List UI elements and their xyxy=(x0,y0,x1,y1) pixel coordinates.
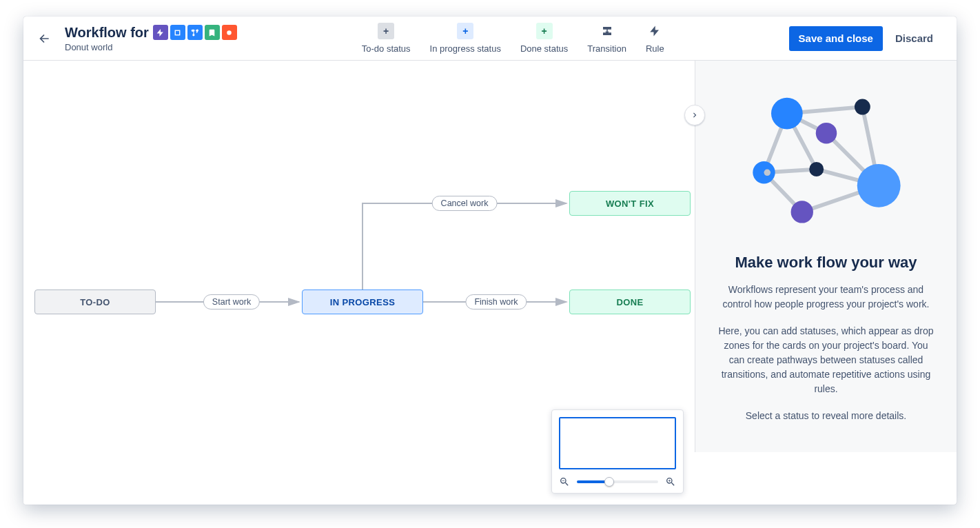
project-type-icon xyxy=(170,25,185,40)
toolbar-item-rule[interactable]: Rule xyxy=(646,23,664,54)
zoom-in-button[interactable] xyxy=(665,476,676,487)
status-node-done[interactable]: DONE xyxy=(569,290,691,314)
zoom-slider[interactable] xyxy=(577,480,658,483)
project-type-icon xyxy=(222,25,237,40)
zoom-out-button[interactable] xyxy=(559,476,570,487)
svg-point-20 xyxy=(790,201,813,223)
transition-label[interactable]: Start work xyxy=(203,294,260,309)
project-type-icon xyxy=(153,25,168,40)
toolbar-item-label: Done status xyxy=(520,43,568,54)
toolbar-item-transition[interactable]: Transition xyxy=(587,23,626,54)
toolbar-item-to-do-status[interactable]: +To-do status xyxy=(362,23,411,54)
svg-point-21 xyxy=(857,164,900,207)
plus-icon: + xyxy=(457,23,473,39)
minimap-viewport[interactable] xyxy=(559,417,676,469)
minimap xyxy=(551,409,684,494)
sidepanel-title: Make work flow your way xyxy=(717,254,935,272)
project-type-icon xyxy=(205,25,220,40)
project-name: Donut world xyxy=(65,42,237,52)
svg-point-1 xyxy=(227,30,232,35)
toolbar: +To-do status+In progress status+Done st… xyxy=(243,23,784,54)
zoom-in-icon xyxy=(665,476,676,487)
arrow-left-icon xyxy=(37,32,51,45)
transition-icon xyxy=(599,23,615,39)
workflow-illustration xyxy=(751,94,902,232)
sidepanel-paragraph: Here, you can add statuses, which appear… xyxy=(717,324,935,396)
toolbar-item-label: Transition xyxy=(587,43,626,54)
plus-icon: + xyxy=(378,23,394,39)
bolt-icon xyxy=(646,23,663,39)
sidepanel-paragraph: Select a status to reveal more details. xyxy=(717,409,935,423)
svg-point-19 xyxy=(764,170,770,176)
chevron-right-icon xyxy=(690,110,700,120)
sidepanel: Make work flow your way Workflows repres… xyxy=(695,61,957,452)
back-button[interactable] xyxy=(32,26,57,51)
transition-label[interactable]: Finish work xyxy=(465,294,527,309)
status-node-todo[interactable]: TO-DO xyxy=(34,290,156,314)
collapse-sidepanel-button[interactable] xyxy=(684,105,705,125)
toolbar-item-label: To-do status xyxy=(362,43,411,54)
save-button[interactable]: Save and close xyxy=(789,26,883,51)
project-type-icons xyxy=(153,25,237,40)
header: Workflow for Donut world +To-do status+I… xyxy=(23,17,957,61)
sidepanel-paragraph: Workflows represent your team's process … xyxy=(717,283,935,312)
transition-label[interactable]: Cancel work xyxy=(432,196,498,211)
svg-point-14 xyxy=(771,98,803,130)
svg-point-18 xyxy=(753,161,775,183)
svg-point-16 xyxy=(815,123,836,143)
toolbar-item-label: Rule xyxy=(646,43,664,54)
title-block: Workflow for Donut world xyxy=(65,25,237,52)
plus-icon: + xyxy=(536,23,553,39)
workflow-canvas[interactable]: TO-DOIN PROGRESSDONEWON'T FIXStart workF… xyxy=(23,61,695,505)
svg-point-17 xyxy=(809,162,824,176)
zoom-slider-thumb[interactable] xyxy=(604,477,614,487)
zoom-out-icon xyxy=(559,476,570,487)
svg-point-15 xyxy=(854,99,870,115)
toolbar-item-done-status[interactable]: +Done status xyxy=(520,23,568,54)
toolbar-item-label: In progress status xyxy=(430,43,501,54)
toolbar-item-in-progress-status[interactable]: +In progress status xyxy=(430,23,501,54)
discard-button[interactable]: Discard xyxy=(886,26,943,51)
status-node-inprog[interactable]: IN PROGRESS xyxy=(302,290,423,314)
svg-rect-0 xyxy=(176,30,181,35)
page-title-prefix: Workflow for xyxy=(65,25,149,41)
project-type-icon xyxy=(187,25,203,40)
status-node-wontfix[interactable]: WON'T FIX xyxy=(569,191,691,216)
